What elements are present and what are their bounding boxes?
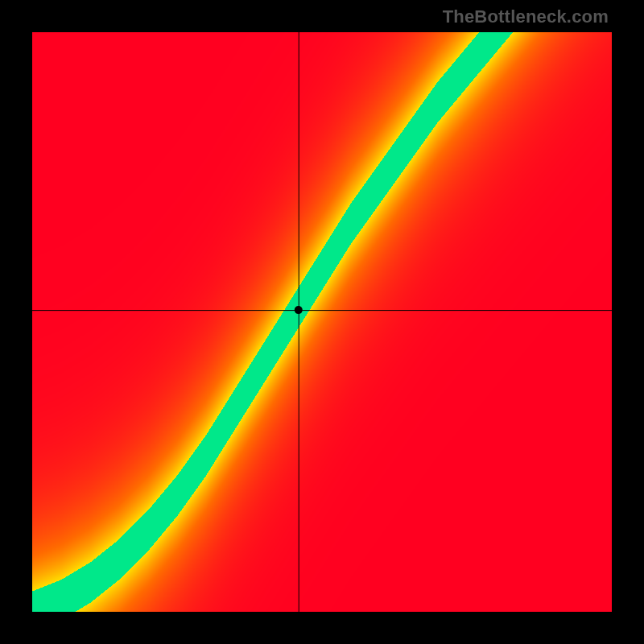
- plot-area: [32, 32, 612, 612]
- chart-container: TheBottleneck.com: [0, 0, 644, 644]
- watermark-text: TheBottleneck.com: [443, 6, 609, 27]
- heatmap-canvas: [32, 32, 612, 612]
